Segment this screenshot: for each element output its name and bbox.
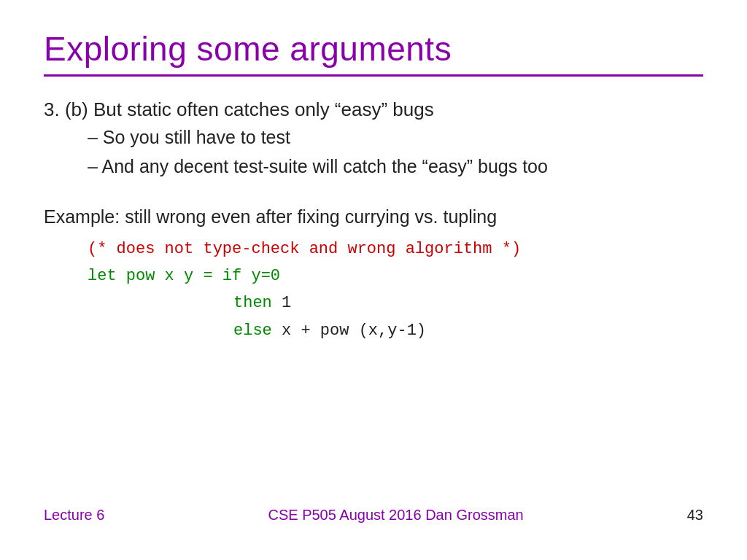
footer-lecture: Lecture 6 xyxy=(44,507,104,524)
keyword-then: then xyxy=(233,294,272,312)
sub-bullet-1: – So you still have to test xyxy=(88,124,703,152)
code-comment-and: and xyxy=(309,240,338,258)
code-else-body: x + pow (x,y-1) xyxy=(272,322,426,340)
sub-bullet-2: – And any decent test-suite will catch t… xyxy=(88,153,703,181)
example-intro: Example: still wrong even after fixing c… xyxy=(44,206,703,228)
footer: Lecture 6 CSE P505 August 2016 Dan Gross… xyxy=(44,499,703,524)
code-line-2: then 1 xyxy=(88,290,703,316)
code-block: (* does not type-check and wrong algorit… xyxy=(88,236,703,343)
code-y0: y=0 xyxy=(241,267,280,285)
keyword-let: let xyxy=(88,267,117,285)
keyword-else: else xyxy=(233,322,272,340)
code-val-1: 1 xyxy=(272,294,291,312)
footer-course: CSE P505 August 2016 Dan Grossman xyxy=(268,507,523,524)
code-comment-line: (* does not type-check and wrong algorit… xyxy=(88,236,703,262)
bullet-3-main: 3. (b) But static often catches only “ea… xyxy=(44,98,703,121)
slide-content: 3. (b) But static often catches only “ea… xyxy=(44,98,703,499)
sub-bullets: – So you still have to test – And any de… xyxy=(88,124,703,182)
slide-title: Exploring some arguments xyxy=(44,29,703,69)
footer-page-number: 43 xyxy=(687,507,703,524)
code-line-3: else x + pow (x,y-1) xyxy=(88,318,703,343)
code-comment-start: (* does not type-check xyxy=(88,240,309,258)
code-comment-end: wrong algorithm *) xyxy=(338,240,521,258)
code-line-1: let pow x y = if y=0 xyxy=(88,263,703,289)
code-pow-xy: pow x y = xyxy=(117,267,222,285)
keyword-if: if xyxy=(222,267,241,285)
example-section: Example: still wrong even after fixing c… xyxy=(44,206,703,345)
title-divider xyxy=(44,74,703,77)
